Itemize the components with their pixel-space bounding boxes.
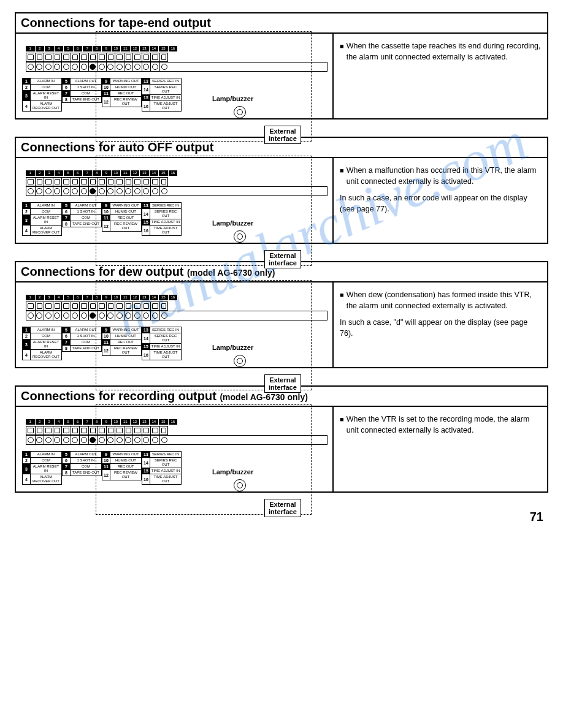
terminal-number: 3 <box>45 295 55 300</box>
terminal-number: 1 <box>26 419 36 425</box>
terminal-screw <box>53 53 62 62</box>
terminal-circle <box>53 187 63 195</box>
pin-map-number: 5 <box>63 327 71 333</box>
description-column: When the VTR is set to the recording mod… <box>334 407 547 491</box>
terminal-screw <box>115 53 124 62</box>
terminal-circle <box>80 311 89 320</box>
terminal-circle <box>44 436 53 444</box>
external-interface-box: Externalinterface <box>264 126 301 144</box>
dashed-wiring-outline <box>96 280 312 390</box>
dashed-wiring-outline <box>96 156 312 266</box>
terminal-circle <box>44 311 53 320</box>
lamp-buzzer-label: Lamp/buzzer <box>212 95 253 102</box>
terminal-circle <box>71 187 80 195</box>
terminal-screw <box>97 53 106 62</box>
terminal-screw <box>124 426 133 435</box>
terminal-screw <box>142 301 151 311</box>
pin-map-number: 5 <box>63 78 71 84</box>
diagram-column: 123456789101112131415161ALARM IN2COM3ALA… <box>16 34 334 118</box>
pin-map-cell: 4ALARM RECOVER OUT <box>22 474 62 485</box>
description-column: When dew (condensation) has formed insid… <box>334 282 547 367</box>
terminal-number: 4 <box>55 419 64 425</box>
pin-map-number: 4 <box>23 474 31 484</box>
pin-map-number: 4 <box>23 226 31 235</box>
terminal-number: 7 <box>83 46 93 51</box>
description-column: When the cassette tape reaches its end d… <box>334 34 547 118</box>
terminal-circle <box>62 63 71 71</box>
terminal-screw <box>159 53 169 62</box>
terminal-screw <box>97 301 106 311</box>
external-interface-box: Externalinterface <box>264 250 301 268</box>
terminal-screw <box>61 301 71 311</box>
pin-map-number: 8 <box>63 221 71 227</box>
dashed-wiring-outline <box>96 31 312 142</box>
terminal-screw <box>88 426 98 435</box>
terminal-circle <box>53 436 63 444</box>
diagram-column: 123456789101112131415161ALARM IN2COM3ALA… <box>16 158 334 243</box>
terminal-screw <box>88 301 98 311</box>
terminal-circle <box>44 63 53 71</box>
terminal-number: 1 <box>26 295 36 300</box>
pin-map-label: ALARM IN <box>31 78 61 84</box>
terminal-circle <box>26 311 36 320</box>
terminal-screw <box>115 177 124 186</box>
terminal-circle <box>62 436 71 444</box>
terminal-screw <box>106 301 115 311</box>
pin-map-number: 1 <box>23 78 31 84</box>
terminal-circle <box>80 187 89 195</box>
terminal-screw <box>71 177 80 186</box>
pin-map-label: ALARM RESET IN <box>31 339 61 349</box>
terminal-number: 5 <box>64 419 74 425</box>
pin-map-label: ALARM IN <box>31 203 61 208</box>
terminal-screw <box>44 53 53 62</box>
pin-map-number: 8 <box>63 346 71 351</box>
pin-map-number: 1 <box>23 203 31 208</box>
terminal-screw <box>124 53 133 62</box>
terminal-screw <box>106 177 115 186</box>
terminal-screw <box>132 53 142 62</box>
terminal-screw <box>159 426 169 435</box>
pin-map-cell: 3ALARM RESET IN <box>22 339 62 350</box>
terminal-screw <box>142 426 151 435</box>
pin-map-number: 3 <box>23 464 31 474</box>
terminal-screw <box>44 301 53 311</box>
pin-map-cell: 3ALARM RESET IN <box>22 463 62 474</box>
terminal-circle <box>44 187 53 195</box>
terminal-screw <box>132 301 142 311</box>
terminal-screw <box>159 301 169 311</box>
terminal-screw <box>71 53 80 62</box>
pin-map-label: ALARM RESET IN <box>31 464 61 474</box>
description-column: When a malfunction has occurred in this … <box>334 158 547 243</box>
pin-map-number: 7 <box>63 339 71 345</box>
section: Connections for dew output (model AG-673… <box>15 261 548 368</box>
terminal-circle <box>62 187 71 195</box>
terminal-circle <box>26 63 36 71</box>
terminal-screw <box>106 426 115 435</box>
section-body: 123456789101112131415161ALARM IN2COM3ALA… <box>16 158 547 243</box>
terminal-circle <box>53 311 63 320</box>
terminal-circle <box>36 311 45 320</box>
terminal-number: 6 <box>74 419 83 425</box>
pin-map-number: 1 <box>23 327 31 333</box>
pin-map-number: 6 <box>63 458 71 463</box>
bullet-text: When the cassette tape reaches its end d… <box>347 41 541 63</box>
pin-map-label: ALARM RESET IN <box>31 215 61 225</box>
terminal-screw <box>106 53 115 62</box>
terminal-screw <box>132 177 142 186</box>
terminal-number: 5 <box>64 295 74 300</box>
pin-map-label: COM <box>31 458 61 463</box>
section: Connections for tape-end output123456789… <box>15 12 548 119</box>
terminal-circle <box>71 63 80 71</box>
terminal-number: 2 <box>36 46 45 51</box>
terminal-number: 1 <box>26 46 36 51</box>
terminal-screw <box>26 53 35 62</box>
terminal-number: 3 <box>45 46 55 51</box>
pin-map-number: 5 <box>63 452 71 457</box>
terminal-circle <box>36 63 45 71</box>
sections-container: Connections for tape-end output123456789… <box>15 12 548 493</box>
terminal-circle <box>53 63 63 71</box>
pin-map-number: 7 <box>63 215 71 221</box>
bullet-text: When dew (condensation) has formed insid… <box>347 290 541 311</box>
pin-map-number: 4 <box>23 350 31 360</box>
terminal-screw <box>44 426 53 435</box>
